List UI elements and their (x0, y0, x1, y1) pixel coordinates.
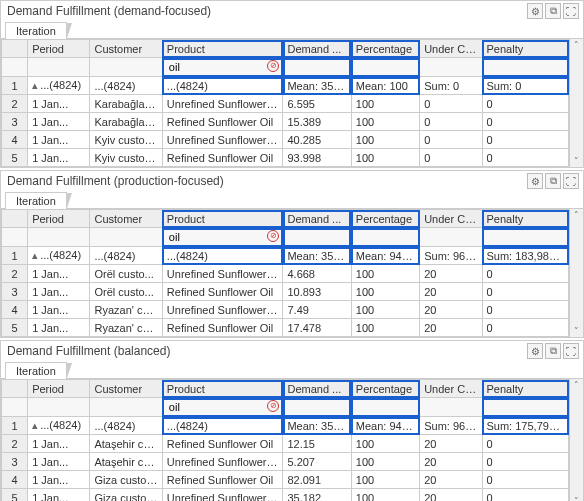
cell-demand: 93.998 (283, 149, 351, 167)
cell-undercost: Sum: 96,480 (420, 417, 482, 435)
header-demand[interactable]: Demand ... (283, 210, 351, 228)
table-row[interactable]: 21 Jan...Ataşehir cus...Refined Sunflowe… (2, 435, 569, 453)
vertical-scrollbar[interactable]: ˄˅ (569, 379, 583, 501)
header-percentage[interactable]: Percentage (351, 210, 419, 228)
scroll-down-icon[interactable]: ˅ (574, 495, 579, 501)
rownum: 1 (2, 247, 28, 265)
panel-toolbar: ⚙⧉⛶ (527, 3, 579, 19)
cell-period: 1 Jan... (28, 283, 90, 301)
header-product[interactable]: Product (162, 380, 283, 398)
filter-product-input[interactable] (167, 230, 279, 244)
header-customer[interactable]: Customer (90, 40, 162, 58)
filter-percentage (351, 228, 419, 247)
copy-icon[interactable]: ⧉ (545, 173, 561, 189)
tab-iteration[interactable]: Iteration (5, 362, 67, 379)
scroll-up-icon[interactable]: ˄ (574, 379, 579, 391)
header-demand[interactable]: Demand ... (283, 380, 351, 398)
header-percentage[interactable]: Percentage (351, 40, 419, 58)
cell-product: Unrefined Sunflower Oil (162, 265, 283, 283)
header-demand[interactable]: Demand ... (283, 40, 351, 58)
summary-row[interactable]: 1▴...(4824)...(4824)...(4824)Mean: 35.10… (2, 417, 569, 435)
grid-wrap: PeriodCustomerProductDemand ...Percentag… (1, 209, 583, 337)
cell-product: Refined Sunflower Oil (162, 471, 283, 489)
table-row[interactable]: 51 Jan...Ryazan' cus...Refined Sunflower… (2, 319, 569, 337)
header-customer[interactable]: Customer (90, 210, 162, 228)
copy-icon[interactable]: ⧉ (545, 3, 561, 19)
header-product[interactable]: Product (162, 40, 283, 58)
table-row[interactable]: 31 Jan...Karabağlar ...Refined Sunflower… (2, 113, 569, 131)
cell-customer: Karabağlar ... (90, 95, 162, 113)
header-undercost[interactable]: Under Cost (420, 40, 482, 58)
tab-iteration[interactable]: Iteration (5, 22, 67, 39)
rownum: 5 (2, 319, 28, 337)
expand-icon[interactable]: ⛶ (563, 3, 579, 19)
cell-customer: Ryazan' cus... (90, 319, 162, 337)
table-row[interactable]: 51 Jan...Giza custom...Unrefined Sunflow… (2, 489, 569, 502)
gear-icon[interactable]: ⚙ (527, 343, 543, 359)
expand-icon[interactable]: ▴ (32, 419, 38, 431)
gear-icon[interactable]: ⚙ (527, 3, 543, 19)
header-percentage[interactable]: Percentage (351, 380, 419, 398)
header-customer[interactable]: Customer (90, 380, 162, 398)
header-row: PeriodCustomerProductDemand ...Percentag… (2, 40, 569, 58)
cell-penalty: 0 (482, 319, 569, 337)
header-period[interactable]: Period (28, 40, 90, 58)
tab-row: Iteration (1, 189, 583, 209)
expand-icon[interactable]: ▴ (32, 79, 38, 91)
header-penalty[interactable]: Penalty (482, 380, 569, 398)
header-undercost[interactable]: Under Cost (420, 210, 482, 228)
cell-product: Unrefined Sunflower Oil (162, 489, 283, 502)
panel-title: Demand Fulfillment (production-focused) (7, 174, 224, 188)
summary-row[interactable]: 1▴...(4824)...(4824)...(4824)Mean: 35.10… (2, 77, 569, 95)
cell-period: 1 Jan... (28, 319, 90, 337)
cell-customer: Ataşehir cus... (90, 453, 162, 471)
cell-undercost: 20 (420, 453, 482, 471)
filter-product: ⊘ (162, 58, 283, 77)
vertical-scrollbar[interactable]: ˄˅ (569, 209, 583, 337)
header-penalty[interactable]: Penalty (482, 210, 569, 228)
expand-icon[interactable]: ⛶ (563, 173, 579, 189)
scroll-up-icon[interactable]: ˄ (574, 209, 579, 221)
filter-customer (90, 228, 162, 247)
cell-percentage: 100 (351, 95, 419, 113)
cell-product: Unrefined Sunflower Oil (162, 95, 283, 113)
table-row[interactable]: 31 Jan...Ataşehir cus...Unrefined Sunflo… (2, 453, 569, 471)
rownum: 3 (2, 113, 28, 131)
header-undercost[interactable]: Under Cost (420, 380, 482, 398)
table-row[interactable]: 31 Jan...Orël custo...Refined Sunflower … (2, 283, 569, 301)
cell-demand: Mean: 35.107 (283, 247, 351, 265)
table-row[interactable]: 41 Jan...Ryazan' cus...Unrefined Sunflow… (2, 301, 569, 319)
tab-iteration[interactable]: Iteration (5, 192, 67, 209)
cell-product: Unrefined Sunflower Oil (162, 453, 283, 471)
table-row[interactable]: 41 Jan...Giza custom...Refined Sunflower… (2, 471, 569, 489)
panel: Demand Fulfillment (production-focused)⚙… (0, 170, 584, 338)
cell-customer: Orël custo... (90, 265, 162, 283)
expand-icon[interactable]: ▴ (32, 249, 38, 261)
cell-product: Refined Sunflower Oil (162, 319, 283, 337)
rownum: 2 (2, 435, 28, 453)
filter-product-input[interactable] (167, 60, 279, 74)
expand-icon[interactable]: ⛶ (563, 343, 579, 359)
table-row[interactable]: 21 Jan...Karabağlar ...Unrefined Sunflow… (2, 95, 569, 113)
header-row: PeriodCustomerProductDemand ...Percentag… (2, 380, 569, 398)
filter-rownum (2, 398, 28, 417)
gear-icon[interactable]: ⚙ (527, 173, 543, 189)
table-row[interactable]: 21 Jan...Orël custo...Unrefined Sunflowe… (2, 265, 569, 283)
vertical-scrollbar[interactable]: ˄˅ (569, 39, 583, 167)
rownum: 1 (2, 77, 28, 95)
summary-row[interactable]: 1▴...(4824)...(4824)...(4824)Mean: 35.10… (2, 247, 569, 265)
cell-undercost: 20 (420, 265, 482, 283)
filter-demand (283, 228, 351, 247)
table-row[interactable]: 41 Jan...Kyiv custom...Unrefined Sunflow… (2, 131, 569, 149)
table-row[interactable]: 51 Jan...Kyiv custom...Refined Sunflower… (2, 149, 569, 167)
copy-icon[interactable]: ⧉ (545, 343, 561, 359)
header-product[interactable]: Product (162, 210, 283, 228)
filter-product-input[interactable] (167, 400, 279, 414)
scroll-up-icon[interactable]: ˄ (574, 39, 579, 51)
cell-demand: Mean: 35.107 (283, 417, 351, 435)
header-period[interactable]: Period (28, 210, 90, 228)
header-penalty[interactable]: Penalty (482, 40, 569, 58)
header-period[interactable]: Period (28, 380, 90, 398)
scroll-down-icon[interactable]: ˅ (574, 325, 579, 337)
scroll-down-icon[interactable]: ˅ (574, 155, 579, 167)
